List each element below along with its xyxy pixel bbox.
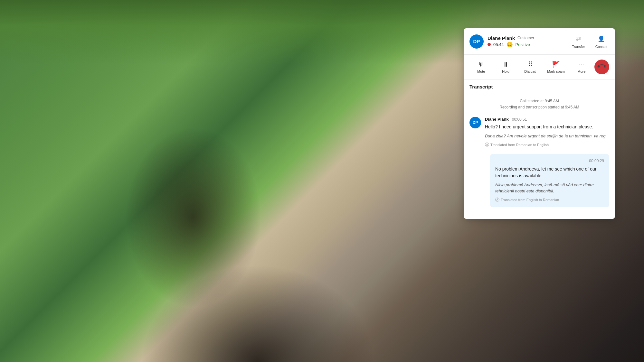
agent-message-translated: Nicio problemă Andreeva, lasă-mă să văd …: [495, 182, 604, 194]
customer-message-content: Diane Plank 00:00:51 Hello? I need urgen…: [485, 117, 609, 148]
call-panel: DP Diane Plank Customer 05:44 😊 Positive…: [464, 28, 615, 219]
customer-message: DP Diane Plank 00:00:51 Hello? I need ur…: [469, 117, 609, 148]
customer-translation-note-text: Translated from Romanian to English: [490, 143, 549, 147]
mute-label: Mute: [477, 70, 485, 73]
transfer-label: Transfer: [572, 45, 585, 49]
customer-message-header: Diane Plank 00:00:51: [485, 117, 609, 122]
hold-icon: ⏸: [503, 61, 509, 68]
call-timer: 05:44: [493, 42, 504, 47]
customer-translation-note: Ⓐ Translated from Romanian to English: [485, 142, 609, 148]
agent-message-text: No problem Andreeva, let me see which on…: [495, 166, 604, 179]
header-info: Diane Plank Customer 05:44 😊 Positive: [488, 35, 566, 48]
dialpad-icon: ⠿: [528, 60, 533, 68]
translate-icon-customer: Ⓐ: [485, 142, 489, 148]
agent-message-row: 00:00:29 No problem Andreeva, let me see…: [469, 154, 609, 207]
agent-message-time: 00:00:29: [495, 159, 604, 163]
agent-bubble: 00:00:29 No problem Andreeva, let me see…: [490, 154, 609, 207]
mute-icon: 🎙: [478, 61, 484, 68]
call-started-text: Call started at 9:45 AM: [469, 98, 609, 104]
panel-header: DP Diane Plank Customer 05:44 😊 Positive…: [464, 28, 615, 55]
dialpad-button[interactable]: ⠿ Dialpad: [519, 58, 542, 76]
transfer-button[interactable]: ⇄ Transfer: [570, 33, 587, 50]
agent-translation-note: Ⓐ Translated from English to Romanian: [495, 197, 604, 203]
customer-message-name: Diane Plank: [485, 117, 509, 122]
customer-role: Customer: [517, 36, 534, 40]
customer-name: Diane Plank: [488, 35, 515, 41]
more-icon: ···: [579, 61, 584, 68]
consult-button[interactable]: 👤 Consult: [593, 33, 609, 50]
header-name-row: Diane Plank Customer: [488, 35, 566, 41]
mute-button[interactable]: 🎙 Mute: [469, 58, 493, 76]
avatar: DP: [469, 34, 484, 49]
end-call-icon: 📞: [596, 61, 608, 73]
transfer-icon: ⇄: [573, 34, 583, 44]
mark-spam-icon: 🚩: [552, 60, 560, 68]
header-status-row: 05:44 😊 Positive: [488, 42, 566, 48]
more-button[interactable]: ··· More: [570, 58, 593, 76]
customer-message-text: Hello? I need urgent support from a tech…: [485, 124, 609, 130]
consult-label: Consult: [595, 45, 607, 49]
translate-icon-agent: Ⓐ: [495, 197, 499, 203]
recording-indicator: [488, 43, 491, 46]
customer-avatar: DP: [469, 117, 481, 128]
call-info: Call started at 9:45 AM Recording and tr…: [469, 98, 609, 110]
mark-spam-button[interactable]: 🚩 Mark spam: [543, 58, 568, 76]
call-toolbar: 🎙 Mute ⏸ Hold ⠿ Dialpad 🚩 Mark spam ··· …: [464, 55, 615, 79]
hold-label: Hold: [502, 70, 509, 73]
transcript-body[interactable]: Call started at 9:45 AM Recording and tr…: [464, 93, 615, 219]
agent-translation-note-text: Translated from English to Romanian: [501, 198, 559, 202]
header-actions: ⇄ Transfer 👤 Consult: [570, 33, 609, 50]
more-label: More: [577, 70, 585, 73]
transcript-title: Transcript: [464, 79, 615, 93]
customer-message-translated: Buna ziua? Am nevoie urgent de sprijin d…: [485, 133, 609, 139]
sentiment-label: Positive: [516, 42, 530, 47]
recording-started-text: Recording and transcription started at 9…: [469, 104, 609, 110]
sentiment-icon: 😊: [507, 42, 513, 48]
customer-message-time: 00:00:51: [512, 117, 527, 122]
consult-icon: 👤: [596, 34, 606, 44]
hold-button[interactable]: ⏸ Hold: [494, 58, 517, 76]
dialpad-label: Dialpad: [524, 70, 536, 73]
mark-spam-label: Mark spam: [547, 70, 564, 73]
end-call-button[interactable]: 📞: [594, 60, 609, 74]
